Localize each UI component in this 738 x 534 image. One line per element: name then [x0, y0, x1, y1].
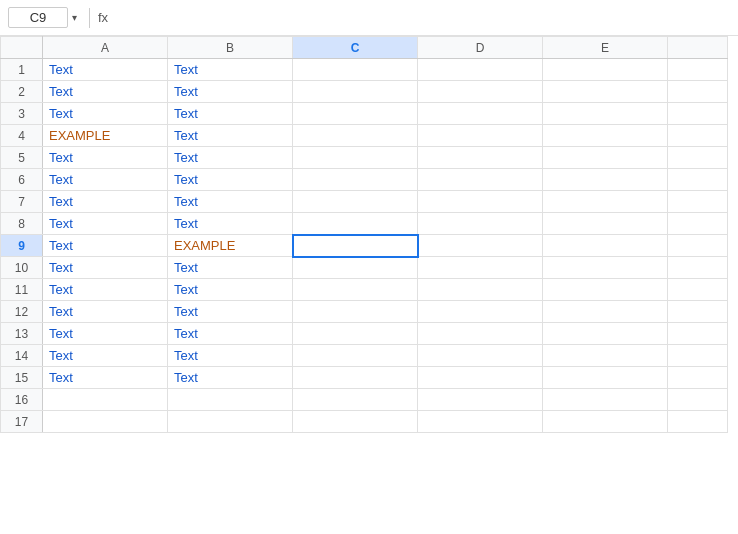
cell-e14[interactable]	[543, 345, 668, 367]
column-header-c[interactable]: C	[293, 37, 418, 59]
cell-f14[interactable]	[668, 345, 728, 367]
cell-e4[interactable]	[543, 125, 668, 147]
row-number-6[interactable]: 6	[1, 169, 43, 191]
cell-d6[interactable]	[418, 169, 543, 191]
cell-c9[interactable]	[293, 235, 418, 257]
cell-f3[interactable]	[668, 103, 728, 125]
cell-a5[interactable]: Text	[43, 147, 168, 169]
cell-d7[interactable]	[418, 191, 543, 213]
cell-b10[interactable]: Text	[168, 257, 293, 279]
cell-e8[interactable]	[543, 213, 668, 235]
cell-a17[interactable]	[43, 411, 168, 433]
cell-e5[interactable]	[543, 147, 668, 169]
cell-c6[interactable]	[293, 169, 418, 191]
cell-c11[interactable]	[293, 279, 418, 301]
cell-c8[interactable]	[293, 213, 418, 235]
column-header-a[interactable]: A	[43, 37, 168, 59]
cell-a8[interactable]: Text	[43, 213, 168, 235]
cell-c13[interactable]	[293, 323, 418, 345]
row-number-4[interactable]: 4	[1, 125, 43, 147]
cell-d12[interactable]	[418, 301, 543, 323]
cell-c15[interactable]	[293, 367, 418, 389]
cell-f1[interactable]	[668, 59, 728, 81]
column-header-e[interactable]: E	[543, 37, 668, 59]
cell-b9[interactable]: EXAMPLE	[168, 235, 293, 257]
cell-b11[interactable]: Text	[168, 279, 293, 301]
cell-b7[interactable]: Text	[168, 191, 293, 213]
cell-b14[interactable]: Text	[168, 345, 293, 367]
cell-a2[interactable]: Text	[43, 81, 168, 103]
cell-e9[interactable]	[543, 235, 668, 257]
cell-e13[interactable]	[543, 323, 668, 345]
cell-e15[interactable]	[543, 367, 668, 389]
row-number-15[interactable]: 15	[1, 367, 43, 389]
row-number-1[interactable]: 1	[1, 59, 43, 81]
cell-e3[interactable]	[543, 103, 668, 125]
cell-a4[interactable]: EXAMPLE	[43, 125, 168, 147]
row-number-2[interactable]: 2	[1, 81, 43, 103]
cell-b1[interactable]: Text	[168, 59, 293, 81]
cell-a13[interactable]: Text	[43, 323, 168, 345]
cell-a12[interactable]: Text	[43, 301, 168, 323]
cell-f15[interactable]	[668, 367, 728, 389]
cell-a16[interactable]	[43, 389, 168, 411]
cell-c4[interactable]	[293, 125, 418, 147]
cell-b15[interactable]: Text	[168, 367, 293, 389]
cell-b12[interactable]: Text	[168, 301, 293, 323]
cell-a11[interactable]: Text	[43, 279, 168, 301]
cell-a14[interactable]: Text	[43, 345, 168, 367]
column-header-b[interactable]: B	[168, 37, 293, 59]
cell-e10[interactable]	[543, 257, 668, 279]
cell-f7[interactable]	[668, 191, 728, 213]
cell-b6[interactable]: Text	[168, 169, 293, 191]
cell-a15[interactable]: Text	[43, 367, 168, 389]
cell-e16[interactable]	[543, 389, 668, 411]
cell-b4[interactable]: Text	[168, 125, 293, 147]
cell-f9[interactable]	[668, 235, 728, 257]
row-number-16[interactable]: 16	[1, 389, 43, 411]
cell-d2[interactable]	[418, 81, 543, 103]
cell-f11[interactable]	[668, 279, 728, 301]
cell-c1[interactable]	[293, 59, 418, 81]
cell-b8[interactable]: Text	[168, 213, 293, 235]
cell-a9[interactable]: Text	[43, 235, 168, 257]
cell-d16[interactable]	[418, 389, 543, 411]
cell-d4[interactable]	[418, 125, 543, 147]
row-number-14[interactable]: 14	[1, 345, 43, 367]
cell-e6[interactable]	[543, 169, 668, 191]
column-header-d[interactable]: D	[418, 37, 543, 59]
row-number-12[interactable]: 12	[1, 301, 43, 323]
cell-a7[interactable]: Text	[43, 191, 168, 213]
row-number-17[interactable]: 17	[1, 411, 43, 433]
cell-d10[interactable]	[418, 257, 543, 279]
cell-f13[interactable]	[668, 323, 728, 345]
cell-b17[interactable]	[168, 411, 293, 433]
row-number-5[interactable]: 5	[1, 147, 43, 169]
cell-c10[interactable]	[293, 257, 418, 279]
cell-a6[interactable]: Text	[43, 169, 168, 191]
cell-f6[interactable]	[668, 169, 728, 191]
cell-c16[interactable]	[293, 389, 418, 411]
column-header-f[interactable]	[668, 37, 728, 59]
cell-e12[interactable]	[543, 301, 668, 323]
cell-e2[interactable]	[543, 81, 668, 103]
cell-f17[interactable]	[668, 411, 728, 433]
cell-b5[interactable]: Text	[168, 147, 293, 169]
cell-c14[interactable]	[293, 345, 418, 367]
row-number-8[interactable]: 8	[1, 213, 43, 235]
cell-f12[interactable]	[668, 301, 728, 323]
cell-b3[interactable]: Text	[168, 103, 293, 125]
cell-b16[interactable]	[168, 389, 293, 411]
cell-d14[interactable]	[418, 345, 543, 367]
cell-c5[interactable]	[293, 147, 418, 169]
cell-f8[interactable]	[668, 213, 728, 235]
cell-e17[interactable]	[543, 411, 668, 433]
cell-f2[interactable]	[668, 81, 728, 103]
cell-c12[interactable]	[293, 301, 418, 323]
cell-d8[interactable]	[418, 213, 543, 235]
cell-c3[interactable]	[293, 103, 418, 125]
cell-d5[interactable]	[418, 147, 543, 169]
row-number-13[interactable]: 13	[1, 323, 43, 345]
cell-c2[interactable]	[293, 81, 418, 103]
cell-d3[interactable]	[418, 103, 543, 125]
